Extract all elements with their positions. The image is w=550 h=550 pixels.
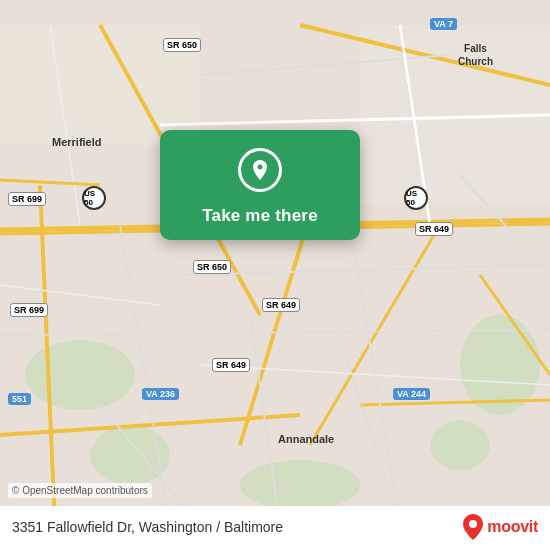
- location-card: Take me there: [160, 130, 360, 240]
- sr649-lower-label: SR 649: [212, 358, 250, 372]
- sr650-mid-label: SR 650: [193, 260, 231, 274]
- location-pin-circle: [238, 148, 282, 192]
- sr649-right-top-label: SR 649: [415, 222, 453, 236]
- address-text: 3351 Fallowfield Dr, Washington / Baltim…: [12, 519, 283, 535]
- merrifield-label: Merrifield: [52, 135, 102, 149]
- take-me-there-button[interactable]: Take me there: [202, 206, 318, 226]
- falls-church-label: FallsChurch: [458, 42, 493, 68]
- va7-label: VA 7: [430, 18, 457, 30]
- us50-right-label: US 50: [404, 186, 428, 210]
- va244-label: VA 244: [393, 388, 430, 400]
- sr650-top-label: SR 650: [163, 38, 201, 52]
- svg-point-33: [469, 520, 477, 528]
- svg-point-1: [25, 340, 135, 410]
- us50-left-label: US 50: [82, 186, 106, 210]
- map-container: Merrifield FallsChurch Annandale VA 7 SR…: [0, 0, 550, 550]
- va551-label: 551: [8, 393, 31, 405]
- va236-label: VA 236: [142, 388, 179, 400]
- svg-point-5: [240, 460, 360, 510]
- moovit-logo: moovit: [463, 514, 538, 540]
- sr699-left-label: SR 699: [8, 192, 46, 206]
- map-svg: [0, 0, 550, 550]
- svg-point-3: [430, 420, 490, 470]
- sr649-mid-label: SR 649: [262, 298, 300, 312]
- location-pin-icon: [248, 158, 272, 182]
- bottom-bar: 3351 Fallowfield Dr, Washington / Baltim…: [0, 506, 550, 550]
- moovit-app-name: moovit: [487, 518, 538, 536]
- map-attribution: © OpenStreetMap contributors: [8, 483, 152, 498]
- annandale-label: Annandale: [278, 432, 334, 446]
- sr699-mid-label: SR 699: [10, 303, 48, 317]
- moovit-pin-icon: [463, 514, 483, 540]
